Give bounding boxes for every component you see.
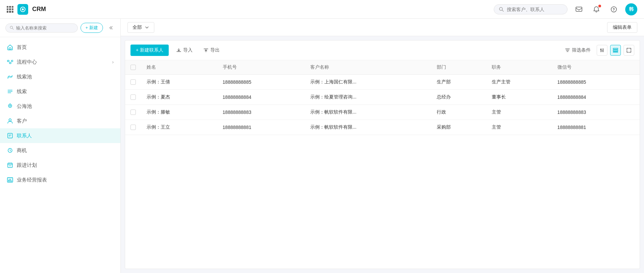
global-search[interactable] [494, 4, 568, 14]
sidebar-item-follow-plan-label: 跟进计划 [17, 162, 37, 168]
message-icon-btn[interactable] [573, 3, 585, 15]
row-wechat: 18888888885 [552, 75, 640, 90]
row-checkbox[interactable] [130, 94, 136, 100]
sidebar-item-report[interactable]: 业务经营报表 [0, 173, 120, 187]
svg-rect-35 [11, 181, 12, 182]
content-area: 全部 编辑表单 + 新建联系人 导入 [121, 19, 644, 273]
customer-icon [7, 118, 13, 124]
row-phone: 18888888883 [217, 105, 305, 120]
svg-rect-11 [9, 62, 11, 64]
row-checkbox-cell[interactable] [125, 105, 141, 120]
sidebar-item-home[interactable]: 首页 [0, 40, 120, 55]
row-checkbox-cell[interactable] [125, 90, 141, 105]
sidebar-item-leads-pool-label: 线索池 [17, 74, 32, 80]
svg-rect-34 [10, 179, 10, 182]
row-wechat: 18888888883 [552, 105, 640, 120]
sidebar-item-customer[interactable]: 客户 [0, 114, 120, 128]
row-title: 董事长 [486, 90, 552, 105]
app-grid-icon[interactable] [7, 6, 13, 13]
svg-rect-26 [8, 163, 12, 167]
contact-icon [7, 132, 13, 139]
notification-icon-btn[interactable] [590, 3, 602, 15]
svg-rect-43 [613, 52, 618, 52]
sidebar-item-follow-plan[interactable]: 跟进计划 [0, 158, 120, 173]
row-checkbox[interactable] [130, 110, 136, 115]
column-settings-icon [599, 48, 605, 53]
global-search-input[interactable] [507, 7, 560, 12]
logo-icon [17, 4, 28, 15]
sidebar-item-contact[interactable]: 联系人 [0, 128, 120, 143]
svg-rect-10 [7, 60, 9, 62]
filter-conditions-label: 筛选条件 [572, 47, 591, 53]
sidebar-item-leads[interactable]: 线索 [0, 84, 120, 99]
export-action[interactable]: 导出 [200, 45, 223, 55]
sidebar: + 新建 首页 [0, 19, 121, 273]
svg-point-21 [9, 119, 11, 121]
sidebar-search-icon [10, 25, 14, 30]
sidebar-item-process[interactable]: 流程中心 › [0, 55, 120, 69]
row-phone: 18888888884 [217, 90, 305, 105]
row-checkbox-cell[interactable] [125, 75, 141, 90]
sidebar-item-leads-pool[interactable]: 线索池 [0, 69, 120, 84]
sidebar-search-input[interactable] [16, 25, 73, 30]
sidebar-header: + 新建 [0, 19, 120, 37]
row-name: 示例：王立 [141, 120, 217, 135]
filter-conditions-btn[interactable]: 筛选条件 [561, 45, 594, 55]
row-dept: 采购部 [431, 120, 486, 135]
user-avatar[interactable]: 韩 [625, 3, 637, 15]
svg-point-6 [613, 11, 614, 11]
row-checkbox[interactable] [130, 79, 136, 85]
select-all-checkbox[interactable] [130, 65, 136, 70]
row-title: 生产主管 [486, 75, 552, 90]
help-icon-btn[interactable] [608, 3, 620, 15]
svg-rect-42 [613, 50, 618, 51]
svg-rect-9 [9, 48, 11, 50]
double-arrow-icon [108, 25, 113, 30]
process-icon [7, 59, 13, 65]
sidebar-search[interactable] [5, 23, 78, 32]
sidebar-item-business[interactable]: 商机 [0, 143, 120, 158]
report-icon [7, 177, 13, 183]
sidebar-item-customer-label: 客户 [17, 118, 27, 124]
sidebar-collapse-btn[interactable] [106, 23, 115, 32]
row-checkbox-cell[interactable] [125, 120, 141, 135]
export-label: 导出 [210, 47, 220, 53]
col-title: 职务 [486, 60, 552, 75]
table-row: 示例：夏杰 18888888884 示例：绘夏管理咨询... 总经办 董事长 1… [125, 90, 640, 105]
table-row: 示例：滕敏 18888888883 示例：帆软软件有限... 行政 主管 188… [125, 105, 640, 120]
svg-rect-41 [613, 48, 618, 49]
message-icon [575, 6, 583, 13]
col-wechat: 微信号 [552, 60, 640, 75]
edit-table-button[interactable]: 编辑表单 [607, 22, 637, 33]
expand-icon [626, 48, 632, 53]
import-action[interactable]: 导入 [173, 45, 196, 55]
svg-rect-33 [8, 180, 9, 182]
select-all-header[interactable] [125, 60, 141, 75]
table-row: 示例：王倩 18888888885 示例：上海国仁有限... 生产部 生产主管 … [125, 75, 640, 90]
filter-icon [565, 48, 570, 53]
new-button[interactable]: + 新建 [80, 23, 103, 33]
help-icon [610, 6, 618, 13]
row-checkbox[interactable] [130, 125, 136, 130]
search-icon [499, 7, 504, 12]
sidebar-item-sea-pool[interactable]: 公海池 [0, 99, 120, 114]
brand-name: CRM [32, 6, 46, 13]
add-contact-button[interactable]: + 新建联系人 [130, 45, 169, 56]
row-dept: 行政 [431, 105, 486, 120]
table-view-icon [613, 48, 618, 53]
table-toolbar: + 新建联系人 导入 导出 [125, 41, 640, 60]
expand-view-btn[interactable] [624, 45, 634, 56]
data-table: 姓名 手机号 客户名称 部门 职务 微信号 示例：王倩 18888888885 … [125, 60, 640, 269]
filter-dropdown[interactable]: 全部 [127, 22, 154, 33]
column-settings-btn[interactable] [597, 45, 607, 56]
row-title: 主管 [486, 105, 552, 120]
row-dept: 生产部 [431, 75, 486, 90]
svg-point-1 [22, 8, 24, 10]
row-title: 主管 [486, 120, 552, 135]
svg-line-8 [12, 28, 14, 29]
home-icon [7, 44, 13, 51]
row-wechat: 18888888884 [552, 90, 640, 105]
col-customer: 客户名称 [305, 60, 431, 75]
content-header: 全部 编辑表单 [121, 19, 644, 36]
table-view-btn[interactable] [610, 45, 621, 56]
